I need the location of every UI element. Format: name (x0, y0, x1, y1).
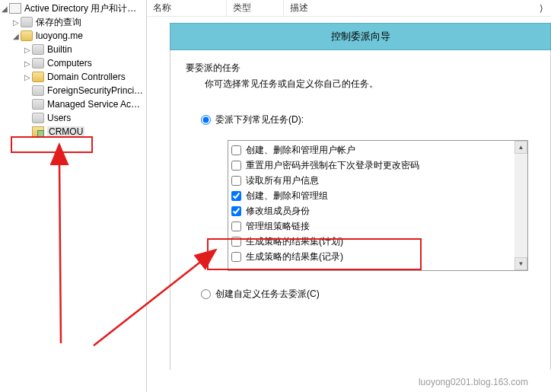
tree-label: Domain Controllers (47, 72, 126, 82)
tree-root-label: Active Directory 用户和计算机 (24, 2, 145, 15)
tree-label: 保存的查询 (36, 16, 81, 29)
folder-icon (32, 85, 44, 96)
folder-icon (21, 30, 33, 41)
tree-label: ForeignSecurityPrincipals (47, 85, 145, 96)
tree-label: Users (47, 113, 71, 123)
task-row[interactable]: 创建、删除和管理组 (231, 188, 511, 203)
tree-label: Builtin (47, 44, 72, 55)
wizard-body: 要委派的任务 你可选择常见任务或自定义你自己的任务。 委派下列常见任务(D): … (170, 50, 551, 370)
radio-custom-input[interactable] (201, 289, 211, 299)
section-title: 要委派的任务 (186, 62, 535, 75)
annotation-box-ou (11, 136, 93, 153)
annotation-box-tasks (207, 238, 422, 270)
folder-icon (32, 58, 44, 69)
tree-item-domain[interactable]: ◢ luoyong.me (0, 29, 146, 43)
expand-icon[interactable]: ▷ (23, 73, 32, 81)
tree-item-fsp[interactable]: ForeignSecurityPrincipals (0, 84, 146, 97)
main-panel: 名称 类型 描述 ⟩ 控制委派向导 要委派的任务 你可选择常见任务或自定义你自己… (147, 0, 551, 392)
task-label: 修改组成员身份 (246, 205, 310, 218)
delegation-wizard: 控制委派向导 要委派的任务 你可选择常见任务或自定义你自己的任务。 委派下列常见… (170, 23, 551, 392)
folder-icon (21, 17, 33, 27)
folder-icon (32, 99, 44, 110)
task-row[interactable]: 修改组成员身份 (231, 203, 511, 218)
expand-icon[interactable]: ▷ (11, 18, 21, 27)
radio-custom-tasks[interactable]: 创建自定义任务去委派(C) (201, 288, 535, 301)
task-checkbox[interactable] (231, 191, 241, 201)
task-label: 重置用户密码并强制在下次登录时更改密码 (246, 159, 419, 172)
wizard-title: 控制委派向导 (331, 30, 390, 43)
folder-icon (32, 113, 44, 123)
radio-common-input[interactable] (201, 115, 211, 125)
task-row[interactable]: 创建、删除和管理用户帐户 (231, 142, 511, 158)
task-checkbox[interactable] (231, 176, 241, 186)
task-row[interactable]: 重置用户密码并强制在下次登录时更改密码 (231, 158, 511, 173)
ou-icon (32, 126, 44, 137)
ad-icon (9, 3, 21, 14)
task-checkbox[interactable] (231, 161, 241, 171)
scroll-up-icon[interactable]: ▲ (514, 141, 527, 154)
task-label: 读取所有用户信息 (246, 174, 319, 187)
watermark: luoyong0201.blog.163.com (419, 377, 528, 387)
task-label: 创建、删除和管理用户帐户 (246, 144, 355, 157)
scrollbar[interactable]: ▲ ▼ (514, 141, 527, 270)
radio-custom-label: 创建自定义任务去委派(C) (215, 288, 320, 301)
task-label: 管理组策略链接 (246, 220, 310, 233)
radio-common-label: 委派下列常见任务(D): (215, 113, 304, 126)
task-row[interactable]: 管理组策略链接 (231, 218, 511, 234)
scroll-track[interactable] (514, 154, 527, 257)
tree-item-users[interactable]: Users (0, 111, 146, 125)
overflow-icon[interactable]: ⟩ (532, 1, 551, 16)
task-row[interactable]: 读取所有用户信息 (231, 173, 511, 188)
tree-label: Computers (47, 58, 92, 69)
col-name[interactable]: 名称 (147, 0, 227, 17)
wizard-title-bar: 控制委派向导 (170, 23, 551, 50)
tree-item-dc[interactable]: ▷ Domain Controllers (0, 70, 146, 84)
tree-item-computers[interactable]: ▷ Computers (0, 56, 146, 70)
tree-label: CRMOU (47, 126, 84, 137)
tree-label: Managed Service Accounts (47, 99, 145, 110)
task-checkbox[interactable] (231, 145, 241, 155)
task-checkbox[interactable] (231, 206, 241, 216)
tree-label: luoyong.me (36, 30, 83, 41)
col-type[interactable]: 类型 (227, 0, 284, 17)
tree-sidebar: ◢ Active Directory 用户和计算机 ▷ 保存的查询 ◢ luoy… (0, 0, 147, 392)
tree-item-msa[interactable]: Managed Service Accounts (0, 97, 146, 111)
section-desc: 你可选择常见任务或自定义你自己的任务。 (205, 78, 535, 91)
tree-root[interactable]: ◢ Active Directory 用户和计算机 (0, 2, 146, 15)
col-desc[interactable]: 描述 (284, 0, 532, 17)
collapse-icon[interactable]: ◢ (0, 5, 9, 13)
column-headers: 名称 类型 描述 ⟩ (147, 0, 551, 17)
tree-item-saved-queries[interactable]: ▷ 保存的查询 (0, 15, 146, 29)
task-label: 创建、删除和管理组 (246, 190, 328, 202)
folder-icon (32, 44, 44, 55)
expand-icon[interactable]: ▷ (23, 46, 32, 54)
tree-item-builtin[interactable]: ▷ Builtin (0, 43, 146, 56)
radio-common-tasks[interactable]: 委派下列常见任务(D): (201, 113, 535, 126)
scroll-down-icon[interactable]: ▼ (514, 257, 527, 270)
expand-icon[interactable]: ▷ (23, 59, 32, 68)
task-checkbox[interactable] (231, 221, 241, 231)
folder-icon (32, 72, 44, 82)
collapse-icon[interactable]: ◢ (11, 32, 21, 40)
